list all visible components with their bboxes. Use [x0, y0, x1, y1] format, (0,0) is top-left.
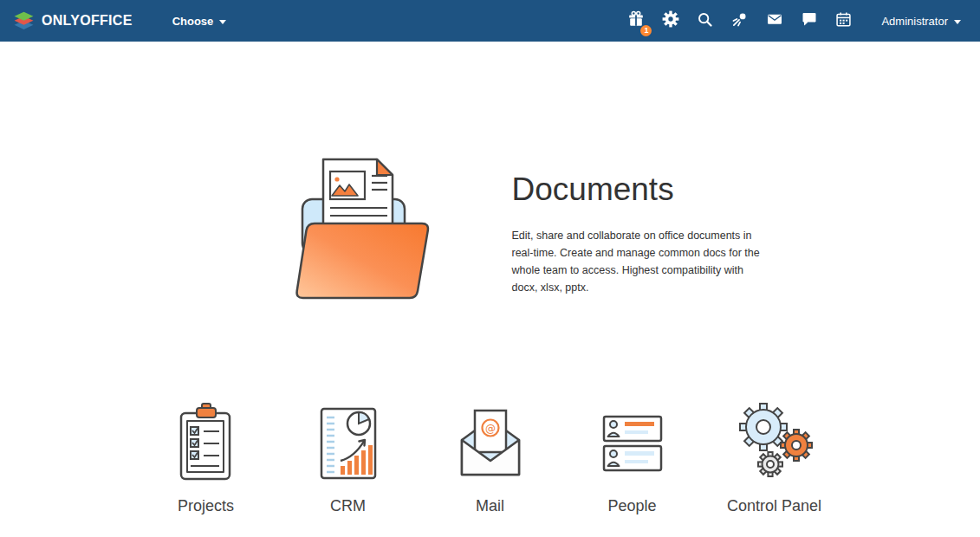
onlyoffice-layers-icon [12, 8, 36, 35]
feed-button[interactable] [726, 8, 753, 35]
module-control-panel[interactable]: Control Panel [704, 404, 846, 515]
chevron-down-icon [954, 20, 961, 24]
mail-module-icon: @ [419, 404, 561, 487]
documents-hero: Documents Edit, share and collaborate on… [26, 154, 980, 307]
module-label: Control Panel [704, 497, 846, 515]
documents-description: Edit, share and collaborate on office do… [512, 227, 765, 296]
top-bar: ONLYOFFICE Choose 1 [0, 0, 980, 42]
header-icons: 1 [622, 8, 857, 35]
onlyoffice-logo[interactable]: ONLYOFFICE [12, 8, 133, 35]
crm-icon [277, 404, 419, 487]
choose-label: Choose [172, 15, 214, 28]
module-label: Projects [135, 497, 277, 515]
documents-title-link[interactable]: Documents [512, 171, 772, 208]
gift-button[interactable]: 1 [622, 8, 649, 35]
module-label: CRM [277, 497, 419, 515]
svg-text:@: @ [485, 423, 496, 435]
calendar-button[interactable] [830, 8, 857, 35]
talk-icon [801, 10, 818, 31]
module-projects[interactable]: Projects [135, 404, 277, 515]
search-icon [697, 11, 713, 31]
module-mail[interactable]: @ Mail [419, 404, 561, 515]
user-name: Administrator [881, 15, 948, 28]
documents-hero-text: Documents Edit, share and collaborate on… [512, 154, 772, 296]
module-label: People [561, 497, 704, 515]
settings-button[interactable] [657, 8, 684, 35]
search-button[interactable] [691, 8, 718, 35]
mail-button[interactable] [761, 8, 788, 35]
feed-icon [731, 11, 748, 31]
control-panel-icon [704, 404, 846, 487]
projects-icon [135, 404, 277, 487]
documents-link-illustration[interactable] [261, 154, 443, 307]
module-crm[interactable]: CRM [277, 404, 419, 515]
calendar-icon [835, 11, 852, 31]
talk-button[interactable] [795, 8, 822, 35]
gift-badge: 1 [640, 25, 652, 36]
logo-text: ONLYOFFICE [42, 13, 133, 29]
chevron-down-icon [219, 20, 226, 24]
module-label: Mail [419, 497, 561, 515]
settings-icon [662, 10, 679, 31]
documents-folder-icon [261, 291, 443, 306]
user-menu[interactable]: Administrator [881, 15, 961, 28]
module-people[interactable]: People [561, 404, 704, 515]
people-icon [561, 404, 704, 487]
modules-row: Projects [0, 404, 980, 515]
choose-dropdown[interactable]: Choose [172, 15, 227, 28]
mail-icon [766, 10, 783, 31]
